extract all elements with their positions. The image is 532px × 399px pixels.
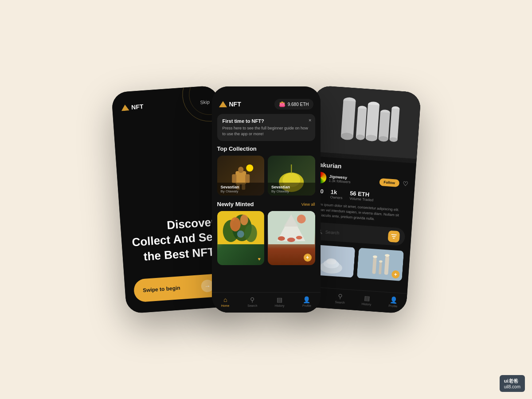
svg-marker-3 <box>219 101 227 107</box>
svg-point-24 <box>297 215 306 223</box>
user-info: Jigowesy 1.3k followers <box>329 174 351 184</box>
stat-owners: 1k Owners <box>330 188 343 200</box>
left-header: NFT Skip <box>121 98 210 112</box>
home-icon: ⌂ <box>223 296 227 303</box>
profile-icon: 👤 <box>303 296 310 303</box>
nft-logo-icon <box>121 104 129 111</box>
wallet-badge: 👛 9.680 ETH <box>274 99 313 110</box>
nav-profile[interactable]: 👤 Profile <box>293 296 320 307</box>
nav-profile-label: Profile <box>302 304 311 307</box>
right-nav-history-label: History <box>361 302 371 306</box>
nft-flowers-art <box>217 211 265 244</box>
center-screen: NFT 👛 9.680 ETH First time to NFT? Press… <box>212 86 321 313</box>
left-logo-text: NFT <box>131 103 143 111</box>
newly-minted-header: Newly Minted View all <box>212 201 321 211</box>
nft-card-2[interactable]: Spilled Coffee Cu. Price 0.9 ETH + <box>268 211 315 265</box>
svg-line-44 <box>391 235 396 235</box>
stats-row: 100 Item 1k Owners 56 ETH Volume Traded <box>313 188 407 205</box>
right-nav-profile[interactable]: 👤 Profile <box>379 296 407 309</box>
nft-mountain-art <box>268 211 315 244</box>
nav-history[interactable]: ▤ History <box>266 296 293 307</box>
svg-point-26 <box>296 236 302 239</box>
phones-container: NFT Skip Discover, Collect And Sell the … <box>106 86 427 313</box>
center-nft-logo: NFT <box>219 101 241 108</box>
svg-point-19 <box>240 215 248 225</box>
nav-home[interactable]: ⌂ Home <box>212 296 239 307</box>
search-placeholder: Search <box>325 229 339 235</box>
collection-by-2: By Olawaly <box>271 189 312 193</box>
right-profile-icon: 👤 <box>389 296 397 304</box>
nft-card-1[interactable]: Spilled Coffee Cup Min bid 0.9 ETH ♥ <box>217 211 265 265</box>
center-header: NFT 👛 9.680 ETH <box>212 86 321 114</box>
gallery-item-2[interactable]: + <box>356 247 404 282</box>
phone-center: NFT 👛 9.680 ETH First time to NFT? Press… <box>212 86 321 313</box>
first-time-banner[interactable]: First time to NFT? Press here to see the… <box>217 114 315 141</box>
svg-point-18 <box>230 217 240 231</box>
nav-search[interactable]: ⚲ Search <box>239 296 266 307</box>
gallery-row: + <box>308 244 404 285</box>
skip-button[interactable]: Skip <box>200 99 210 105</box>
center-logo-icon <box>219 101 227 107</box>
filter-icon <box>390 234 397 239</box>
center-bottom-nav: ⌂ Home ⚲ Search ▤ History 👤 Profile <box>212 292 321 313</box>
right-search-icon: ⚲ <box>338 293 343 300</box>
collection-info-1: Sevastian By Olawaly <box>217 183 265 196</box>
svg-marker-2 <box>121 104 129 111</box>
svg-point-27 <box>287 238 295 242</box>
left-main-text: Discover, Collect And Sell the Best NFTs <box>129 215 221 266</box>
follow-button[interactable]: Follow <box>379 178 399 187</box>
banner-close-button[interactable]: × <box>309 117 311 123</box>
svg-rect-7 <box>232 174 236 183</box>
nav-history-label: History <box>275 304 285 307</box>
right-hero <box>310 85 421 163</box>
wallet-amount: 9.680 ETH <box>288 102 309 107</box>
banner-text: Press here to see the full beginner guid… <box>223 125 310 137</box>
collection-by-1: By Olawaly <box>221 189 261 193</box>
search-bar[interactable]: 🔍 Search <box>310 222 405 246</box>
svg-point-20 <box>237 231 244 238</box>
swipe-label: Swipe to begin <box>142 285 180 293</box>
stat-label-owners: Owners <box>330 195 342 200</box>
collection-name-2: Sevastian <box>271 185 312 189</box>
svg-point-25 <box>278 236 285 241</box>
filter-button[interactable] <box>387 231 400 243</box>
profile-heart-icon[interactable]: ♡ <box>403 180 409 188</box>
collection-info-2: Sevastian By Olawaly <box>268 183 315 196</box>
nav-search-label: Search <box>247 304 257 307</box>
newly-minted-title: Newly Minted <box>217 201 254 207</box>
search-icon: ⚲ <box>250 296 254 303</box>
right-nav-search[interactable]: ⚲ Search <box>326 292 354 305</box>
swipe-button[interactable]: Swipe to begin → <box>133 274 223 303</box>
banner-title: First time to NFT? <box>223 118 310 124</box>
top-collection-row: Sevastian By Olawaly Sevastian <box>212 156 321 196</box>
right-nav-history[interactable]: ▤ History <box>353 293 380 306</box>
svg-point-6 <box>246 164 253 172</box>
wallet-icon: 👛 <box>279 101 286 107</box>
history-icon: ▤ <box>277 296 282 303</box>
newly-minted-row: Spilled Coffee Cup Min bid 0.9 ETH ♥ <box>212 211 321 265</box>
left-headline: Discover, Collect And Sell the Best NFTs <box>129 215 221 266</box>
stat-volume: 56 ETH Volume Traded <box>349 190 374 202</box>
center-logo-text: NFT <box>229 101 241 108</box>
cylinders-art <box>310 85 421 159</box>
nft-heart-1[interactable]: ♥ <box>258 256 261 262</box>
top-collection-title: Top Collection <box>212 145 321 156</box>
view-all-button[interactable]: View all <box>301 202 315 207</box>
svg-point-17 <box>244 224 257 242</box>
left-nft-logo: NFT <box>121 103 143 111</box>
right-nav-search-label: Search <box>335 301 345 305</box>
collection-name-1: Sevastian <box>221 185 261 189</box>
nav-home-label: Home <box>221 304 230 307</box>
profile-row: Jigowesy 1.3k followers Follow ♡ <box>314 172 409 190</box>
nft-card-img-1 <box>217 211 265 265</box>
nft-plus-2[interactable]: + <box>304 254 312 262</box>
svg-rect-5 <box>238 167 243 173</box>
collection-card-1[interactable]: Sevastian By Olawaly <box>217 156 265 196</box>
collection-card-2[interactable]: Sevastian By Olawaly <box>268 156 315 196</box>
svg-rect-8 <box>245 174 250 183</box>
watermark: ui老爸 uil8.com <box>500 375 525 392</box>
right-history-icon: ▤ <box>364 294 370 302</box>
right-nav-profile-label: Profile <box>388 304 397 308</box>
profile-description: Lorem ipsum dolor sit amet, consectetur … <box>312 202 407 224</box>
svg-line-45 <box>392 236 395 237</box>
